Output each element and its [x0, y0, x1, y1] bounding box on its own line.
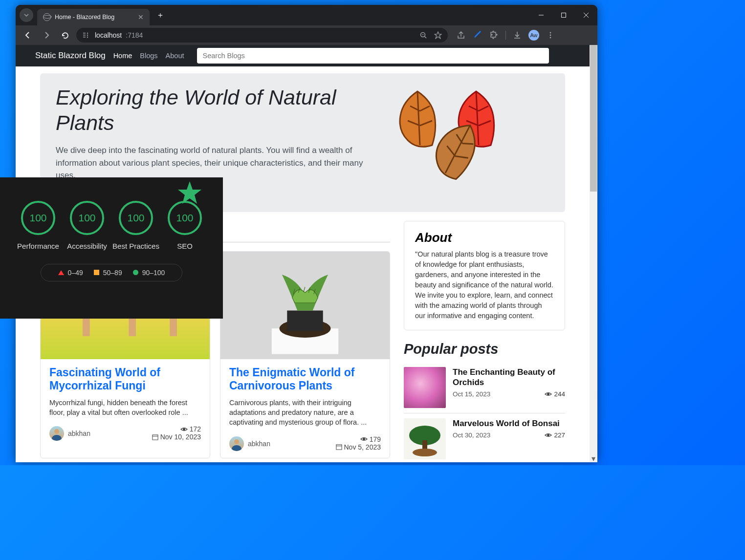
author-name: abkhan — [68, 430, 90, 437]
post-author[interactable]: abkhan — [229, 436, 270, 451]
views-icon — [545, 431, 552, 439]
menu-icon[interactable] — [545, 30, 556, 41]
nav-home[interactable]: Home — [113, 52, 132, 60]
author-name: abkhan — [248, 440, 270, 448]
svg-rect-28 — [287, 310, 323, 331]
scrollbar[interactable]: ▾ — [590, 45, 597, 462]
popular-post-item[interactable]: The Enchanting Beauty of Orchids Oct 15,… — [404, 362, 565, 413]
author-avatar — [229, 436, 244, 451]
author-avatar — [49, 426, 64, 441]
zoom-icon[interactable] — [418, 30, 428, 40]
lh-metric-performance: 100 Performance — [14, 201, 63, 251]
globe-icon — [43, 13, 51, 21]
post-views: 179 — [370, 435, 381, 443]
svg-line-9 — [425, 37, 427, 39]
back-button[interactable] — [21, 28, 35, 43]
post-card: The Enigmatic World of Carnivorous Plant… — [220, 251, 390, 458]
popular-date: Oct 15, 2023 — [453, 390, 490, 398]
reload-button[interactable] — [58, 28, 72, 43]
svg-point-30 — [232, 445, 241, 451]
window-controls — [530, 6, 597, 24]
svg-point-31 — [363, 438, 365, 440]
close-window-button[interactable] — [575, 6, 597, 24]
calendar-icon — [336, 444, 342, 450]
lh-legend: 0–49 50–89 90–100 — [41, 264, 182, 281]
svg-rect-3 — [83, 35, 86, 36]
svg-point-22 — [183, 428, 185, 431]
popular-post-item[interactable]: Marvelous World of Bonsai Oct 30, 2023 2… — [404, 413, 565, 462]
minimize-button[interactable] — [530, 6, 552, 24]
lighthouse-panel: 100 Performance 100 Accessibility 100 Be… — [0, 177, 223, 319]
svg-point-12 — [550, 35, 551, 36]
tab-search-button[interactable] — [20, 8, 33, 22]
url-port: :7184 — [126, 31, 143, 39]
extensions-icon[interactable] — [489, 30, 500, 41]
svg-point-21 — [52, 435, 62, 441]
tab-title: Home - Blazored Blog — [55, 14, 114, 21]
svg-point-34 — [548, 393, 550, 395]
hero-description: We dive deep into the fascinating world … — [56, 144, 373, 182]
downloads-icon[interactable] — [512, 30, 523, 41]
post-date: Nov 10, 2023 — [160, 433, 201, 441]
lh-label: Performance — [14, 242, 63, 251]
share-icon[interactable] — [456, 30, 466, 41]
search-input[interactable] — [197, 48, 549, 64]
popular-views: 244 — [554, 390, 565, 398]
svg-point-11 — [550, 32, 551, 34]
popular-title: The Enchanting Beauty of Orchids — [453, 367, 565, 388]
post-author[interactable]: abkhan — [49, 426, 90, 441]
lh-label: Best Practices — [111, 242, 160, 251]
site-info-icon[interactable] — [81, 30, 91, 40]
browser-tab[interactable]: Home - Blazored Blog ✕ — [37, 9, 150, 25]
square-icon — [94, 270, 99, 275]
address-bar: localhost:7184 Aw — [16, 25, 597, 45]
svg-rect-1 — [562, 13, 566, 18]
lh-score: 100 — [70, 201, 104, 235]
tab-bar: Home - Blazored Blog ✕ ＋ — [16, 5, 597, 25]
popular-date: Oct 30, 2023 — [453, 431, 490, 439]
nav-blogs[interactable]: Blogs — [140, 52, 157, 60]
bookmark-icon[interactable] — [433, 30, 443, 40]
post-title-link[interactable]: Fascinating World of Mycorrhizal Fungi — [49, 366, 201, 393]
popular-views: 227 — [554, 431, 565, 439]
close-tab-button[interactable]: ✕ — [138, 13, 144, 21]
star-icon — [177, 180, 202, 207]
post-excerpt: Carnivorous plants, with their intriguin… — [229, 398, 381, 428]
separator — [505, 31, 506, 40]
popular-title: Marvelous World of Bonsai — [453, 418, 565, 429]
svg-point-7 — [87, 37, 88, 38]
svg-rect-4 — [83, 37, 86, 38]
post-excerpt: Mycorrhizal fungi, hidden beneath the fo… — [49, 398, 201, 418]
url-host: localhost — [95, 31, 122, 39]
nav-about[interactable]: About — [166, 52, 184, 60]
lh-score: 100 — [21, 201, 55, 235]
legend-high: 90–100 — [142, 269, 165, 277]
lh-score: 100 — [119, 201, 153, 235]
popular-posts-heading: Popular posts — [404, 341, 565, 357]
about-heading: About — [415, 230, 554, 245]
scrollbar-thumb[interactable] — [590, 45, 597, 192]
svg-rect-23 — [153, 435, 158, 440]
eyedropper-icon[interactable] — [472, 30, 483, 41]
about-box: About "Our natural plants blog is a trea… — [404, 221, 565, 330]
post-title-link[interactable]: The Enigmatic World of Carnivorous Plant… — [229, 366, 381, 393]
svg-rect-32 — [336, 445, 341, 450]
profile-avatar[interactable]: Aw — [528, 30, 539, 41]
forward-button[interactable] — [39, 28, 54, 43]
hero-title: Exploring the World of Natural Plants — [56, 85, 373, 135]
new-tab-button[interactable]: ＋ — [153, 8, 167, 22]
about-text: "Our natural plants blog is a treasure t… — [415, 249, 554, 321]
lh-label: SEO — [160, 242, 209, 251]
post-image — [220, 252, 390, 359]
maximize-button[interactable] — [552, 6, 575, 24]
circle-icon — [133, 270, 138, 275]
scroll-down-button[interactable]: ▾ — [590, 454, 597, 462]
views-icon — [545, 390, 552, 398]
svg-rect-2 — [83, 33, 86, 34]
url-input[interactable]: localhost:7184 — [76, 28, 448, 43]
site-title: Static Blazord Blog — [35, 51, 106, 61]
svg-point-29 — [234, 439, 239, 444]
calendar-icon — [152, 434, 158, 440]
lh-metric-best-practices: 100 Best Practices — [111, 201, 160, 251]
post-date: Nov 5, 2023 — [344, 443, 381, 451]
